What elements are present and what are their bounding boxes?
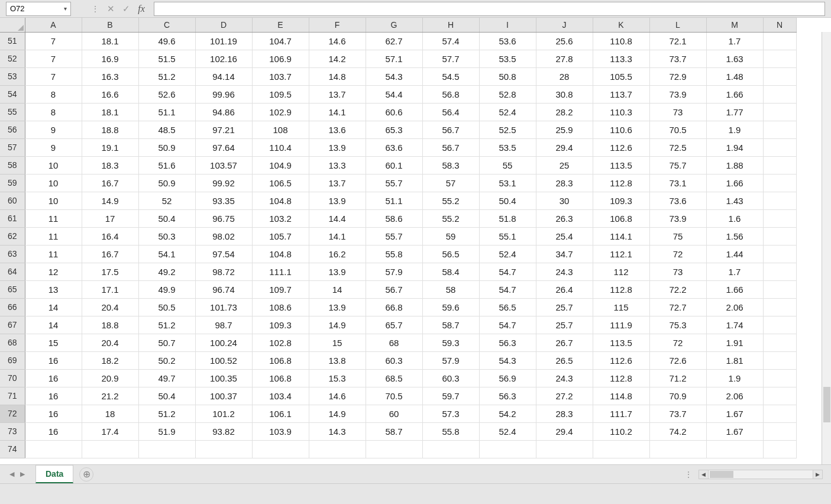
cell-F71[interactable]: 14.6 bbox=[309, 387, 366, 405]
cell-F70[interactable]: 15.3 bbox=[309, 369, 366, 387]
cell-N66[interactable] bbox=[763, 298, 796, 316]
cell-H57[interactable]: 56.7 bbox=[422, 138, 479, 156]
cell-C54[interactable]: 52.6 bbox=[138, 85, 195, 103]
cell-B55[interactable]: 18.1 bbox=[82, 103, 138, 121]
row-header-55[interactable]: 55 bbox=[0, 103, 25, 121]
cell-B61[interactable]: 17 bbox=[82, 209, 138, 227]
cell-E57[interactable]: 110.4 bbox=[252, 138, 309, 156]
cell-N74[interactable] bbox=[763, 440, 796, 458]
cell-N73[interactable] bbox=[763, 422, 796, 440]
cell-F67[interactable]: 14.9 bbox=[309, 316, 366, 334]
cell-E51[interactable]: 104.7 bbox=[252, 32, 309, 50]
cell-N63[interactable] bbox=[763, 245, 796, 263]
cell-A60[interactable]: 10 bbox=[25, 192, 82, 209]
cell-K63[interactable]: 112.1 bbox=[593, 245, 649, 263]
cell-N65[interactable] bbox=[763, 280, 796, 298]
column-header-K[interactable]: K bbox=[593, 18, 649, 32]
cell-G54[interactable]: 54.4 bbox=[366, 85, 422, 103]
cell-K69[interactable]: 112.6 bbox=[593, 351, 649, 369]
row-header-59[interactable]: 59 bbox=[0, 174, 25, 192]
cell-J61[interactable]: 26.3 bbox=[536, 209, 593, 227]
cell-N64[interactable] bbox=[763, 263, 796, 280]
cell-J57[interactable]: 29.4 bbox=[536, 138, 593, 156]
cell-C69[interactable]: 50.2 bbox=[138, 351, 195, 369]
cell-I59[interactable]: 53.1 bbox=[479, 174, 536, 192]
cell-I57[interactable]: 53.5 bbox=[479, 138, 536, 156]
cell-B64[interactable]: 17.5 bbox=[82, 263, 138, 280]
cell-A70[interactable]: 16 bbox=[25, 369, 82, 387]
cell-K66[interactable]: 115 bbox=[593, 298, 649, 316]
cell-K53[interactable]: 105.5 bbox=[593, 67, 649, 85]
cell-M69[interactable]: 1.81 bbox=[706, 351, 763, 369]
cell-D56[interactable]: 97.21 bbox=[195, 121, 252, 138]
enter-button[interactable]: ✓ bbox=[118, 2, 134, 16]
cell-D58[interactable]: 103.57 bbox=[195, 156, 252, 174]
cell-C67[interactable]: 51.2 bbox=[138, 316, 195, 334]
cell-B71[interactable]: 21.2 bbox=[82, 387, 138, 405]
cell-J65[interactable]: 26.4 bbox=[536, 280, 593, 298]
cell-A56[interactable]: 9 bbox=[25, 121, 82, 138]
cell-D73[interactable]: 93.82 bbox=[195, 422, 252, 440]
cell-C52[interactable]: 51.5 bbox=[138, 50, 195, 67]
cell-H59[interactable]: 57 bbox=[422, 174, 479, 192]
cell-A66[interactable]: 14 bbox=[25, 298, 82, 316]
cell-E65[interactable]: 109.7 bbox=[252, 280, 309, 298]
cell-M59[interactable]: 1.66 bbox=[706, 174, 763, 192]
cell-H53[interactable]: 54.5 bbox=[422, 67, 479, 85]
cell-B73[interactable]: 17.4 bbox=[82, 422, 138, 440]
cell-L74[interactable] bbox=[649, 440, 706, 458]
cell-K52[interactable]: 113.3 bbox=[593, 50, 649, 67]
row-header-61[interactable]: 61 bbox=[0, 209, 25, 227]
cell-A65[interactable]: 13 bbox=[25, 280, 82, 298]
cell-J70[interactable]: 24.3 bbox=[536, 369, 593, 387]
cell-I63[interactable]: 52.4 bbox=[479, 245, 536, 263]
cell-L54[interactable]: 73.9 bbox=[649, 85, 706, 103]
cell-F65[interactable]: 14 bbox=[309, 280, 366, 298]
cell-A54[interactable]: 8 bbox=[25, 85, 82, 103]
cell-B56[interactable]: 18.8 bbox=[82, 121, 138, 138]
row-header-71[interactable]: 71 bbox=[0, 387, 25, 405]
cell-E64[interactable]: 111.1 bbox=[252, 263, 309, 280]
horizontal-scrollbar[interactable]: ◀ ▶ bbox=[699, 470, 823, 479]
cell-N54[interactable] bbox=[763, 85, 796, 103]
cell-D54[interactable]: 99.96 bbox=[195, 85, 252, 103]
cell-M55[interactable]: 1.77 bbox=[706, 103, 763, 121]
cell-G72[interactable]: 60 bbox=[366, 405, 422, 422]
cell-F51[interactable]: 14.6 bbox=[309, 32, 366, 50]
cell-A63[interactable]: 11 bbox=[25, 245, 82, 263]
cell-J69[interactable]: 26.5 bbox=[536, 351, 593, 369]
cell-D61[interactable]: 96.75 bbox=[195, 209, 252, 227]
cell-N51[interactable] bbox=[763, 32, 796, 50]
cell-B70[interactable]: 20.9 bbox=[82, 369, 138, 387]
cell-E66[interactable]: 108.6 bbox=[252, 298, 309, 316]
row-header-62[interactable]: 62 bbox=[0, 227, 25, 245]
row-header-51[interactable]: 51 bbox=[0, 32, 25, 50]
cell-A69[interactable]: 16 bbox=[25, 351, 82, 369]
row-header-65[interactable]: 65 bbox=[0, 280, 25, 298]
cell-L72[interactable]: 73.7 bbox=[649, 405, 706, 422]
cell-N70[interactable] bbox=[763, 369, 796, 387]
cell-I51[interactable]: 53.6 bbox=[479, 32, 536, 50]
cell-I68[interactable]: 56.3 bbox=[479, 334, 536, 351]
cell-F66[interactable]: 13.9 bbox=[309, 298, 366, 316]
cell-J63[interactable]: 34.7 bbox=[536, 245, 593, 263]
cell-D51[interactable]: 101.19 bbox=[195, 32, 252, 50]
row-header-56[interactable]: 56 bbox=[0, 121, 25, 138]
cell-N53[interactable] bbox=[763, 67, 796, 85]
add-sheet-button[interactable]: ⊕ bbox=[79, 467, 93, 482]
cell-C66[interactable]: 50.5 bbox=[138, 298, 195, 316]
cell-F57[interactable]: 13.9 bbox=[309, 138, 366, 156]
cell-H60[interactable]: 55.2 bbox=[422, 192, 479, 209]
vertical-scrollbar[interactable] bbox=[822, 32, 831, 464]
row-header-68[interactable]: 68 bbox=[0, 334, 25, 351]
cell-H69[interactable]: 57.9 bbox=[422, 351, 479, 369]
cell-A51[interactable]: 7 bbox=[25, 32, 82, 50]
cell-E53[interactable]: 103.7 bbox=[252, 67, 309, 85]
cell-N61[interactable] bbox=[763, 209, 796, 227]
name-box[interactable]: O72 ▾ bbox=[6, 2, 71, 16]
cell-D74[interactable] bbox=[195, 440, 252, 458]
cell-N69[interactable] bbox=[763, 351, 796, 369]
cell-H56[interactable]: 56.7 bbox=[422, 121, 479, 138]
cell-A58[interactable]: 10 bbox=[25, 156, 82, 174]
cell-L56[interactable]: 70.5 bbox=[649, 121, 706, 138]
